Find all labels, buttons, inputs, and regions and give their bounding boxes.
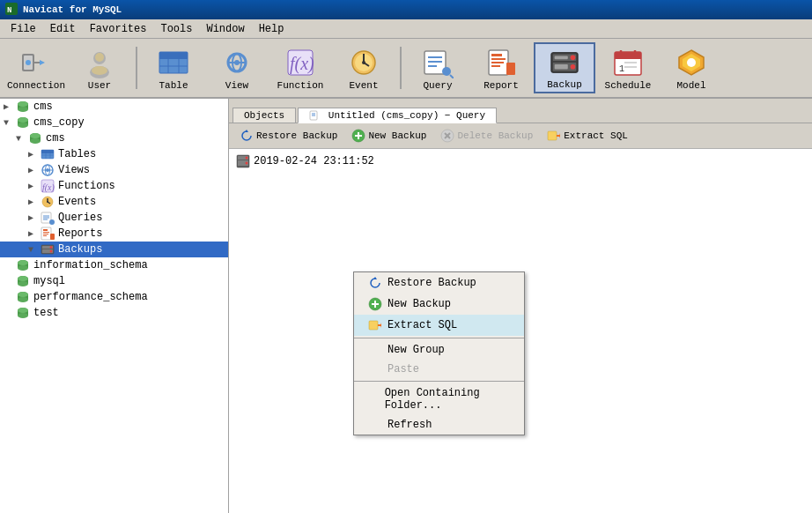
expander-functions: ▶ [28, 181, 41, 191]
menu-help[interactable]: Help [252, 21, 292, 37]
sidebar-item-test[interactable]: ▶ test [0, 305, 228, 321]
svg-marker-6 [40, 60, 45, 65]
sidebar-item-functions[interactable]: ▶ f(x) Functions [0, 178, 228, 194]
btn-extract-sql[interactable]: Extract SQL [542, 127, 633, 145]
btn-delete-backup[interactable]: Delete Backup [435, 127, 538, 145]
sidebar-label-events: Events [58, 196, 96, 208]
svg-rect-125 [548, 131, 557, 140]
queries-icon [41, 211, 55, 225]
sidebar-item-backups[interactable]: ▼ Backups [0, 242, 228, 257]
expander-views: ▶ [28, 165, 41, 175]
menu-edit[interactable]: Edit [43, 21, 83, 37]
toolbar-view-label: View [225, 80, 248, 91]
btn-new-backup[interactable]: New Backup [346, 127, 432, 145]
delete-backup-icon [440, 129, 454, 143]
svg-rect-137 [369, 321, 378, 330]
sidebar-label-test: test [33, 307, 59, 319]
svg-point-101 [18, 265, 28, 271]
svg-marker-127 [559, 133, 560, 138]
toolbar-user[interactable]: User [69, 42, 130, 93]
ctx-extract-icon [368, 318, 382, 332]
tab-query[interactable]: Untitled (cms_copy) − Query [298, 108, 497, 123]
toolbar-query[interactable]: Query [407, 42, 469, 93]
toolbar-user-label: User [88, 80, 111, 91]
ctx-paste[interactable]: Paste [354, 360, 524, 379]
app-title: Navicat for MySQL [23, 4, 122, 15]
menu-file[interactable]: File [4, 21, 43, 37]
tab-icon-query [309, 110, 326, 121]
svg-rect-35 [491, 58, 506, 60]
sidebar-item-reports[interactable]: ▶ Reports [0, 226, 228, 242]
svg-rect-45 [555, 64, 568, 70]
ctx-new-backup[interactable]: New Backup [354, 294, 524, 315]
sidebar-item-cms[interactable]: ▶ cms [0, 99, 228, 115]
menu-bar: File Edit Favorites Tools Window Help [0, 19, 812, 39]
ctx-refresh[interactable]: Refresh [354, 415, 524, 435]
sidebar-item-info-schema[interactable]: ▶ information_schema [0, 257, 228, 273]
ctx-new-icon [368, 297, 382, 311]
sidebar-item-views[interactable]: ▶ Views [0, 162, 228, 178]
toolbar-report[interactable]: Report [470, 42, 532, 93]
db-icon-perf-schema [16, 290, 30, 304]
svg-line-32 [450, 75, 454, 78]
toolbar-function[interactable]: f(x) Function [269, 42, 331, 93]
expander-queries: ▶ [28, 212, 41, 223]
expander-info-schema: ▶ [4, 260, 16, 271]
menu-tools[interactable]: Tools [153, 21, 199, 37]
schema-icon-cms [28, 131, 42, 145]
sidebar-item-perf-schema[interactable]: ▶ performance_schema [0, 289, 228, 305]
ctx-extract-sql-label: Extract SQL [388, 319, 457, 331]
ctx-new-group[interactable]: New Group [354, 340, 524, 360]
db-icon-test [16, 306, 30, 320]
svg-point-113 [18, 313, 28, 318]
backup-entry-1[interactable]: 2019-02-24 23:11:52 [233, 152, 808, 170]
db-icon-cms-copy [16, 115, 30, 130]
expander-tables: ▶ [28, 149, 41, 160]
btn-restore-backup[interactable]: Restore Backup [234, 127, 343, 145]
sidebar-item-queries[interactable]: ▶ Queries [0, 210, 228, 226]
btn-delete-backup-label: Delete Backup [457, 130, 533, 141]
toolbar-schedule[interactable]: 1 Schedule [597, 42, 659, 93]
menu-favorites[interactable]: Favorites [83, 21, 154, 37]
sidebar-item-tables[interactable]: ▶ Tables [0, 146, 228, 162]
toolbar-backup-label: Backup [547, 79, 582, 90]
btn-restore-label: Restore Backup [256, 130, 337, 141]
toolbar-schedule-label: Schedule [605, 80, 652, 91]
ctx-extract-sql[interactable]: Extract SQL [354, 315, 524, 336]
toolbar-connection[interactable]: Connection [5, 42, 67, 93]
ctx-restore-icon [368, 276, 382, 290]
svg-point-26 [362, 61, 365, 64]
toolbar-backup[interactable]: Backup [534, 42, 595, 93]
svg-rect-37 [491, 65, 500, 67]
toolbar-table[interactable]: Table [143, 42, 204, 93]
sidebar-label-backups: Backups [58, 243, 102, 256]
ctx-sep-2 [354, 381, 524, 382]
db-icon-info-schema [16, 258, 30, 272]
toolbar-event[interactable]: Event [333, 42, 395, 93]
sidebar-item-events[interactable]: ▶ Events [0, 194, 228, 210]
toolbar-table-label: Table [159, 80, 188, 91]
sidebar-item-cms-copy[interactable]: ▼ cms_copy [0, 115, 228, 130]
sidebar-item-mysql[interactable]: ▶ mysql [0, 273, 228, 289]
menu-window[interactable]: Window [199, 21, 251, 37]
toolbar-view[interactable]: View [206, 42, 268, 93]
sidebar-item-cms-sub[interactable]: ▼ cms [0, 130, 228, 146]
toolbar-model[interactable]: Model [661, 42, 722, 93]
svg-marker-139 [380, 323, 381, 328]
sidebar-label-mysql: mysql [33, 275, 65, 287]
svg-point-114 [18, 308, 28, 313]
svg-text:1: 1 [619, 64, 624, 74]
tab-objects[interactable]: Objects [233, 108, 296, 123]
ctx-paste-label: Paste [388, 363, 419, 375]
ctx-open-folder-label: Open Containing Folder... [385, 387, 510, 412]
sidebar-label-reports: Reports [58, 227, 102, 240]
btn-new-backup-label: New Backup [368, 130, 426, 141]
expander-cms-copy: ▼ [4, 118, 16, 128]
ctx-restore-backup[interactable]: Restore Backup [354, 272, 524, 294]
svg-rect-38 [506, 63, 515, 75]
svg-rect-47 [615, 52, 641, 59]
action-bar: Restore Backup New Backup Delete Backup [229, 123, 812, 149]
svg-rect-93 [50, 234, 55, 240]
ctx-open-folder[interactable]: Open Containing Folder... [354, 383, 524, 415]
expander-reports: ▶ [28, 228, 41, 239]
